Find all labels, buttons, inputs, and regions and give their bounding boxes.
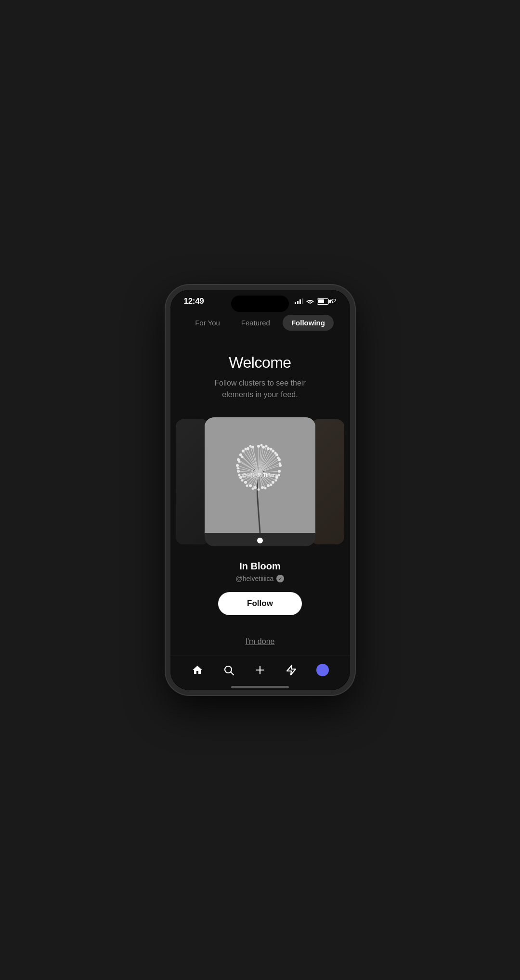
svg-point-70 [249,445,252,447]
nav-profile[interactable] [311,662,335,678]
svg-point-80 [264,487,267,489]
photo-credit: @阿尼欧Tiffany [242,471,279,478]
search-icon [222,664,235,676]
svg-point-65 [237,470,240,473]
svg-point-51 [267,447,270,450]
cluster-name: In Bloom [182,561,338,572]
verified-badge-icon: ✓ [276,575,284,582]
signal-bar-1 [295,302,296,304]
svg-point-69 [245,448,247,450]
battery-body [317,298,329,305]
card-side-right-inner [311,419,344,544]
status-time: 12:49 [184,297,204,306]
svg-point-71 [260,444,263,446]
svg-line-90 [231,672,234,675]
status-icons: 62 [295,298,336,305]
nav-activity[interactable] [279,662,303,678]
svg-point-76 [279,462,281,464]
card-image: @阿尼欧Tiffany [205,417,315,533]
svg-point-73 [270,448,273,450]
profile-avatar-icon [316,664,329,676]
svg-point-58 [272,481,274,484]
svg-point-50 [262,446,265,449]
tab-bar: For You Featured Following [170,309,350,335]
follow-button[interactable]: Follow [218,592,302,615]
svg-point-52 [272,450,274,452]
svg-point-88 [241,455,244,458]
cluster-username-row: @helvetiiiica ✓ [182,575,338,582]
cluster-info: In Bloom @helvetiiiica ✓ Follow [170,553,350,623]
svg-point-79 [270,483,273,486]
indicator-dot-active [257,538,263,543]
svg-point-66 [236,464,239,467]
svg-point-72 [265,445,268,447]
svg-point-49 [257,445,260,448]
welcome-subtitle: Follow clusters to see their elements in… [202,377,318,400]
home-indicator [231,686,289,688]
svg-point-85 [238,474,241,476]
svg-point-84 [241,479,244,481]
activity-icon [285,664,298,676]
card-carousel: @阿尼欧Tiffany [170,410,350,553]
phone-frame: 12:49 62 [166,285,355,695]
welcome-section: Welcome Follow clusters to see their ele… [170,335,350,410]
bottom-nav [170,656,350,682]
dynamic-island [231,296,289,312]
svg-point-62 [249,484,252,487]
svg-point-81 [258,488,260,490]
signal-bars-icon [295,298,303,304]
svg-point-61 [254,486,257,489]
svg-point-82 [252,487,254,490]
svg-point-74 [274,451,277,454]
card-side-right [311,419,344,544]
svg-point-75 [277,456,280,459]
phone-inner: 12:49 62 [170,290,350,690]
svg-point-63 [244,481,247,484]
battery-indicator: 62 [317,298,336,305]
done-button[interactable]: I'm done [246,637,275,645]
svg-marker-93 [287,665,296,675]
card-main[interactable]: @阿尼欧Tiffany [205,417,315,546]
signal-bar-4 [302,298,303,304]
battery-text: 62 [330,298,336,305]
svg-point-59 [267,484,270,487]
svg-point-47 [247,447,249,450]
signal-bar-2 [297,301,299,304]
nav-search[interactable] [217,662,241,678]
svg-point-60 [261,486,264,489]
card-indicator [205,533,315,546]
svg-point-87 [238,460,241,463]
svg-point-83 [246,484,248,487]
nav-home[interactable] [185,662,209,678]
tab-following[interactable]: Following [283,315,334,331]
wifi-icon [306,298,314,304]
home-icon [191,664,204,676]
main-content: Welcome Follow clusters to see their ele… [170,335,350,656]
signal-bar-3 [299,299,301,304]
battery-fill [318,299,324,303]
svg-point-0 [310,303,311,304]
tab-featured[interactable]: Featured [233,315,279,331]
svg-point-48 [251,446,254,449]
add-icon [254,664,266,676]
nav-add[interactable] [248,662,272,678]
svg-point-46 [242,450,245,452]
svg-point-78 [275,479,277,481]
tab-for-you[interactable]: For You [186,315,229,331]
done-section: I'm done [170,623,350,656]
svg-point-86 [237,467,239,469]
welcome-title: Welcome [182,354,338,372]
cluster-username: @helvetiiiica [236,575,274,582]
